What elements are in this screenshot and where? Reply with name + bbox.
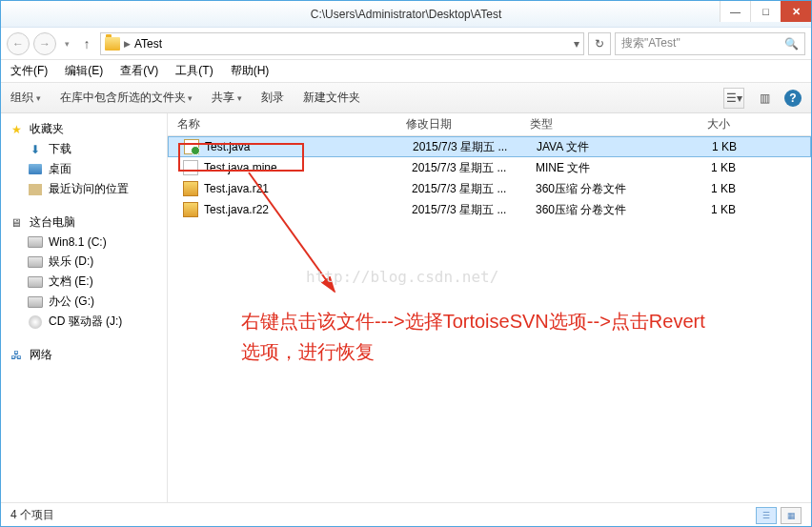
search-box[interactable]: 搜索"ATest" 🔍 (615, 32, 805, 55)
menu-file[interactable]: 文件(F) (10, 63, 48, 79)
file-size: 1 KB (650, 161, 755, 174)
drive-icon (28, 236, 43, 248)
file-row[interactable]: Test.java.mine2015/7/3 星期五 ...MINE 文件1 K… (168, 157, 811, 178)
sidebar-desktop[interactable]: 桌面 (1, 159, 167, 179)
view-options-button[interactable]: ☰▾ (723, 88, 744, 109)
sidebar-recent[interactable]: 最近访问的位置 (1, 179, 167, 199)
newfolder-button[interactable]: 新建文件夹 (303, 90, 360, 106)
java-file-icon (184, 139, 199, 154)
zip-file-icon (183, 202, 198, 217)
up-button[interactable]: ↑ (77, 36, 96, 51)
file-date: 2015/7/3 星期五 ... (412, 202, 536, 218)
refresh-button[interactable]: ↻ (588, 32, 611, 55)
main-area: ★ 收藏夹 ⬇ 下载 桌面 最近访问的位置 🖥 这台电脑 Win8.1 (C:)… (1, 113, 811, 502)
minimize-button[interactable]: — (720, 1, 750, 22)
sidebar-drive[interactable]: 文档 (E:) (1, 272, 167, 292)
col-date[interactable]: 修改日期 (406, 116, 530, 132)
file-list-pane: 名称 修改日期 类型 大小 Test.java2015/7/3 星期五 ...J… (168, 113, 811, 502)
icons-view-button[interactable]: ▦ (781, 507, 802, 524)
status-bar: 4 个项目 ☰ ▦ (1, 502, 811, 527)
close-button[interactable]: ✕ (781, 1, 811, 22)
sidebar-drive[interactable]: 娱乐 (D:) (1, 252, 167, 272)
sidebar-drive[interactable]: CD 驱动器 (J:) (1, 312, 167, 332)
zip-file-icon (183, 181, 198, 196)
sidebar-downloads[interactable]: ⬇ 下载 (1, 139, 167, 159)
file-row[interactable]: Test.java.r212015/7/3 星期五 ...360压缩 分卷文件1… (168, 178, 811, 199)
address-bar: ← → ▾ ↑ ▶ ATest ▾ ↻ 搜索"ATest" 🔍 (1, 28, 811, 60)
menu-edit[interactable]: 编辑(E) (65, 63, 103, 79)
col-size[interactable]: 大小 (644, 116, 749, 132)
col-type[interactable]: 类型 (530, 116, 644, 132)
item-count: 4 个项目 (10, 507, 54, 523)
drive-icon (28, 276, 43, 288)
recent-icon (29, 184, 42, 195)
file-type: 360压缩 分卷文件 (536, 181, 650, 197)
file-type: MINE 文件 (536, 160, 650, 176)
desktop-icon (29, 164, 42, 174)
organize-button[interactable]: 组织 (10, 90, 41, 106)
folder-icon (105, 37, 120, 51)
back-button[interactable]: ← (7, 32, 30, 55)
path-segment[interactable]: ATest (134, 37, 162, 51)
file-date: 2015/7/3 星期五 ... (412, 181, 536, 197)
file-type: 360压缩 分卷文件 (536, 202, 650, 218)
navigation-pane: ★ 收藏夹 ⬇ 下载 桌面 最近访问的位置 🖥 这台电脑 Win8.1 (C:)… (1, 113, 168, 502)
window-controls: — □ ✕ (720, 1, 811, 22)
sidebar-drive[interactable]: 办公 (G:) (1, 292, 167, 312)
network-group[interactable]: 🖧 网络 (1, 345, 167, 365)
search-icon: 🔍 (784, 37, 799, 51)
file-size: 1 KB (651, 140, 756, 153)
file-row[interactable]: Test.java.r222015/7/3 星期五 ...360压缩 分卷文件1… (168, 199, 811, 220)
download-icon: ⬇ (28, 142, 43, 157)
title-bar: C:\Users\Administrator\Desktop\ATest — □… (1, 1, 811, 28)
forward-button[interactable]: → (33, 32, 56, 55)
chevron-right-icon: ▶ (124, 39, 131, 49)
menu-tools[interactable]: 工具(T) (175, 63, 213, 79)
file-row[interactable]: Test.java2015/7/3 星期五 ...JAVA 文件1 KB (168, 136, 811, 157)
computer-icon: 🖥 (9, 215, 24, 231)
file-date: 2015/7/3 星期五 ... (413, 139, 537, 155)
col-name[interactable]: 名称 (168, 116, 406, 132)
maximize-button[interactable]: □ (750, 1, 781, 22)
network-icon: 🖧 (9, 348, 24, 363)
menu-bar: 文件(F) 编辑(E) 查看(V) 工具(T) 帮助(H) (1, 60, 811, 83)
txt-file-icon (183, 160, 198, 175)
menu-help[interactable]: 帮助(H) (231, 63, 270, 79)
file-name: Test.java.r22 (204, 203, 269, 216)
file-date: 2015/7/3 星期五 ... (412, 160, 536, 176)
details-view-button[interactable]: ☰ (756, 507, 777, 524)
window-title: C:\Users\Administrator\Desktop\ATest (311, 8, 502, 21)
drive-icon (29, 315, 42, 329)
history-dropdown[interactable]: ▾ (60, 39, 73, 49)
file-name: Test.java.mine (204, 161, 277, 174)
file-size: 1 KB (650, 203, 755, 216)
file-size: 1 KB (650, 182, 755, 195)
file-type: JAVA 文件 (537, 139, 651, 155)
path-dropdown[interactable]: ▾ (166, 37, 579, 51)
drive-icon (28, 256, 43, 268)
preview-pane-button[interactable]: ▥ (754, 88, 775, 109)
thispc-group[interactable]: 🖥 这台电脑 (1, 213, 167, 233)
path-box[interactable]: ▶ ATest ▾ (100, 32, 584, 55)
search-placeholder: 搜索"ATest" (621, 35, 680, 51)
star-icon: ★ (9, 122, 24, 137)
file-name: Test.java (205, 140, 250, 153)
favorites-group[interactable]: ★ 收藏夹 (1, 119, 167, 139)
include-button[interactable]: 在库中包含所选的文件夹 (60, 90, 193, 106)
menu-view[interactable]: 查看(V) (120, 63, 158, 79)
help-icon[interactable]: ? (784, 90, 802, 107)
burn-button[interactable]: 刻录 (261, 90, 284, 106)
toolbar: 组织 在库中包含所选的文件夹 共享 刻录 新建文件夹 ☰▾ ▥ ? (1, 83, 811, 113)
column-headers: 名称 修改日期 类型 大小 (168, 113, 811, 136)
sidebar-drive[interactable]: Win8.1 (C:) (1, 233, 167, 252)
file-name: Test.java.r21 (204, 182, 269, 195)
drive-icon (28, 296, 43, 308)
share-button[interactable]: 共享 (212, 90, 242, 106)
